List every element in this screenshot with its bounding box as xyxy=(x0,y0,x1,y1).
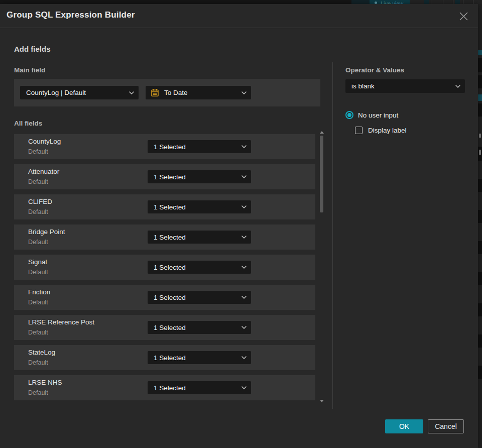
field-selection-value: 1 Selected xyxy=(148,143,186,151)
operator-dropdown[interactable]: is blank xyxy=(345,79,465,93)
field-row: Bridge Point Default 1 Selected xyxy=(14,225,315,250)
dialog-title: Group SQL Expression Builder xyxy=(7,10,135,20)
main-field-date-value: To Date xyxy=(159,89,188,96)
chevron-down-icon xyxy=(242,175,247,178)
chevron-down-icon xyxy=(242,266,247,269)
field-subtitle: Default xyxy=(28,359,48,366)
background-sidebar-segment xyxy=(478,334,482,348)
live-view-label: Live view xyxy=(381,1,403,4)
main-field-date-dropdown[interactable]: To Date xyxy=(146,86,251,99)
scrollbar-down-arrow[interactable] xyxy=(320,400,324,402)
field-selection-dropdown[interactable]: 1 Selected xyxy=(148,381,251,394)
background-sidebar-segment xyxy=(479,150,481,155)
toolbar-separator xyxy=(463,0,463,4)
background-toolbar-segment xyxy=(351,0,370,4)
field-row: Friction Default 1 Selected xyxy=(14,285,315,310)
main-field-source-dropdown[interactable]: CountyLog | Default xyxy=(20,86,139,99)
field-row: StateLog Default 1 Selected xyxy=(14,345,315,370)
main-field-box: CountyLog | Default To Date xyxy=(14,79,320,106)
background-sidebar-segment xyxy=(478,103,482,117)
chevron-down-icon xyxy=(242,326,247,329)
scrollbar-thumb[interactable] xyxy=(320,136,323,212)
field-subtitle: Default xyxy=(28,389,48,396)
background-sidebar-segment xyxy=(478,241,482,254)
field-selection-value: 1 Selected xyxy=(148,173,186,181)
panel-divider xyxy=(332,62,333,409)
field-selection-dropdown[interactable]: 1 Selected xyxy=(148,321,251,334)
dialog-title-bar: Group SQL Expression Builder xyxy=(0,4,478,28)
chevron-down-icon xyxy=(129,91,134,94)
field-subtitle: Default xyxy=(28,208,48,215)
field-selection-dropdown[interactable]: 1 Selected xyxy=(148,200,251,213)
chevron-down-icon xyxy=(242,236,247,239)
toolbar-separator xyxy=(473,0,473,4)
background-sidebar-segment xyxy=(478,179,482,192)
background-sidebar-segment xyxy=(478,366,482,379)
ok-button[interactable]: OK xyxy=(385,419,423,433)
field-row: CountyLog Default 1 Selected xyxy=(14,134,315,159)
toolbar-separator xyxy=(443,0,443,4)
field-name: CLIFED xyxy=(28,198,52,205)
field-subtitle: Default xyxy=(28,299,48,306)
field-name: StateLog xyxy=(28,349,55,356)
main-field-source-value: CountyLog | Default xyxy=(20,89,86,96)
display-label-checkbox[interactable]: Display label xyxy=(355,127,407,134)
toolbar-separator xyxy=(421,0,421,4)
group-sql-expression-builder-dialog: Group SQL Expression Builder Add fields … xyxy=(0,4,478,448)
chevron-down-icon xyxy=(242,145,247,148)
field-name: Signal xyxy=(28,258,47,266)
background-sidebar-segment xyxy=(478,272,482,285)
background-sidebar-segment xyxy=(478,58,482,72)
cancel-button[interactable]: Cancel xyxy=(428,419,464,433)
radio-selected-icon xyxy=(345,111,353,119)
field-selection-dropdown[interactable]: 1 Selected xyxy=(148,170,251,183)
field-selection-dropdown[interactable]: 1 Selected xyxy=(148,351,251,364)
field-selection-value: 1 Selected xyxy=(148,354,186,362)
close-icon xyxy=(459,12,468,21)
all-fields-label: All fields xyxy=(14,120,42,127)
field-subtitle: Default xyxy=(28,269,48,276)
field-row: Signal Default 1 Selected xyxy=(14,255,315,280)
close-button[interactable] xyxy=(458,11,469,22)
field-selection-dropdown[interactable]: 1 Selected xyxy=(148,291,251,304)
field-subtitle: Default xyxy=(28,178,48,185)
chevron-down-icon xyxy=(455,85,460,88)
operator-value: is blank xyxy=(345,82,375,90)
chevron-down-icon xyxy=(242,91,247,94)
checkbox-unchecked-icon xyxy=(355,127,363,134)
background-sidebar-segment xyxy=(478,94,482,101)
toolbar-separator xyxy=(453,0,453,4)
background-sidebar-segment xyxy=(478,50,482,55)
toolbar-separator xyxy=(431,0,431,4)
chevron-down-icon xyxy=(242,356,247,359)
chevron-down-icon xyxy=(242,296,247,299)
field-selection-dropdown[interactable]: 1 Selected xyxy=(148,261,251,274)
all-fields-list: CountyLog Default 1 Selected Attenuator … xyxy=(14,134,315,405)
field-selection-value: 1 Selected xyxy=(148,294,186,301)
add-fields-heading: Add fields xyxy=(14,45,51,53)
field-row: LRSE NHS Default 1 Selected xyxy=(14,375,315,400)
no-user-input-radio[interactable]: No user input xyxy=(345,111,398,119)
operator-values-label: Operator & Values xyxy=(345,66,404,74)
field-name: CountyLog xyxy=(28,138,61,145)
field-selection-value: 1 Selected xyxy=(148,264,186,271)
field-name: Bridge Point xyxy=(28,228,65,236)
chevron-down-icon xyxy=(242,386,247,389)
background-sidebar-segment xyxy=(478,303,482,316)
field-subtitle: Default xyxy=(28,148,48,155)
background-toolbar-segment xyxy=(455,0,460,4)
field-name: LRSE NHS xyxy=(28,379,62,386)
field-selection-value: 1 Selected xyxy=(148,324,186,331)
scrollbar-up-arrow[interactable] xyxy=(320,131,324,134)
background-sidebar-strip xyxy=(478,4,482,448)
background-sidebar-segment xyxy=(479,134,481,138)
field-row: LRSE Reference Post Default 1 Selected xyxy=(14,315,315,340)
no-user-input-label: No user input xyxy=(358,111,398,119)
field-selection-dropdown[interactable]: 1 Selected xyxy=(148,140,251,153)
field-selection-dropdown[interactable]: 1 Selected xyxy=(148,231,251,244)
calendar-icon xyxy=(151,88,159,97)
main-field-label: Main field xyxy=(14,66,45,74)
field-name: LRSE Reference Post xyxy=(28,318,94,326)
field-selection-value: 1 Selected xyxy=(148,384,186,392)
chevron-down-icon xyxy=(242,205,247,208)
